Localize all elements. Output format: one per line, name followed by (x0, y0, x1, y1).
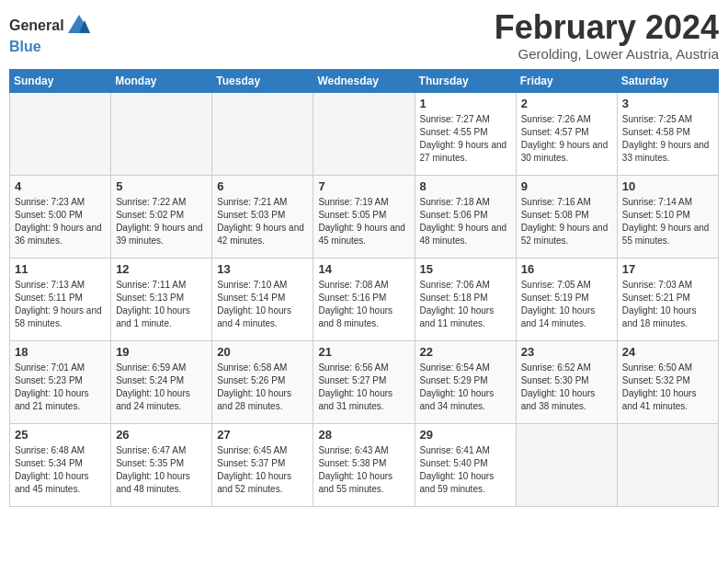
title-block: February 2024 Gerolding, Lower Austria, … (495, 9, 719, 62)
calendar-cell (212, 92, 313, 175)
day-number: 4 (15, 179, 106, 193)
month-year: February 2024 (495, 9, 719, 46)
day-info: Sunrise: 6:56 AM Sunset: 5:27 PM Dayligh… (318, 362, 409, 413)
calendar-cell: 13Sunrise: 7:10 AM Sunset: 5:14 PM Dayli… (212, 258, 313, 340)
day-number: 24 (622, 345, 713, 359)
calendar-cell: 25Sunrise: 6:48 AM Sunset: 5:34 PM Dayli… (10, 423, 111, 506)
week-row-1: 1Sunrise: 7:27 AM Sunset: 4:55 PM Daylig… (10, 92, 719, 175)
logo-blue: Blue (9, 39, 41, 54)
calendar-cell (313, 92, 415, 175)
day-number: 27 (217, 428, 308, 442)
day-number: 11 (15, 262, 106, 276)
day-info: Sunrise: 7:22 AM Sunset: 5:02 PM Dayligh… (116, 196, 207, 247)
day-info: Sunrise: 6:47 AM Sunset: 5:35 PM Dayligh… (116, 444, 207, 496)
calendar-cell: 15Sunrise: 7:06 AM Sunset: 5:18 PM Dayli… (415, 258, 516, 340)
calendar-cell: 2Sunrise: 7:26 AM Sunset: 4:57 PM Daylig… (516, 92, 617, 175)
calendar-cell: 3Sunrise: 7:25 AM Sunset: 4:58 PM Daylig… (617, 92, 718, 175)
day-info: Sunrise: 7:05 AM Sunset: 5:19 PM Dayligh… (521, 279, 612, 330)
calendar-cell: 7Sunrise: 7:19 AM Sunset: 5:05 PM Daylig… (313, 175, 415, 258)
week-row-3: 11Sunrise: 7:13 AM Sunset: 5:11 PM Dayli… (10, 258, 719, 340)
calendar-cell: 5Sunrise: 7:22 AM Sunset: 5:02 PM Daylig… (111, 175, 212, 258)
weekday-header-wednesday: Wednesday (313, 69, 415, 92)
day-info: Sunrise: 6:52 AM Sunset: 5:30 PM Dayligh… (521, 362, 612, 413)
calendar-cell: 9Sunrise: 7:16 AM Sunset: 5:08 PM Daylig… (516, 175, 617, 258)
day-number: 5 (116, 179, 207, 193)
calendar-cell: 29Sunrise: 6:41 AM Sunset: 5:40 PM Dayli… (415, 423, 516, 506)
day-info: Sunrise: 7:25 AM Sunset: 4:58 PM Dayligh… (622, 113, 713, 165)
day-number: 13 (217, 262, 308, 276)
calendar-cell (617, 423, 718, 506)
calendar-cell: 26Sunrise: 6:47 AM Sunset: 5:35 PM Dayli… (111, 423, 212, 506)
day-info: Sunrise: 6:59 AM Sunset: 5:24 PM Dayligh… (116, 362, 207, 413)
day-info: Sunrise: 6:54 AM Sunset: 5:29 PM Dayligh… (420, 362, 511, 413)
day-info: Sunrise: 7:23 AM Sunset: 5:00 PM Dayligh… (15, 196, 106, 247)
logo-icon (66, 13, 92, 39)
day-info: Sunrise: 6:43 AM Sunset: 5:38 PM Dayligh… (318, 444, 409, 496)
day-info: Sunrise: 6:58 AM Sunset: 5:26 PM Dayligh… (217, 362, 308, 413)
day-info: Sunrise: 7:14 AM Sunset: 5:10 PM Dayligh… (622, 196, 713, 247)
day-number: 9 (521, 179, 612, 193)
weekday-header-friday: Friday (516, 69, 617, 92)
week-row-5: 25Sunrise: 6:48 AM Sunset: 5:34 PM Dayli… (10, 423, 719, 506)
calendar-cell: 16Sunrise: 7:05 AM Sunset: 5:19 PM Dayli… (516, 258, 617, 340)
calendar-cell: 11Sunrise: 7:13 AM Sunset: 5:11 PM Dayli… (10, 258, 111, 340)
day-info: Sunrise: 7:18 AM Sunset: 5:06 PM Dayligh… (420, 196, 511, 247)
day-info: Sunrise: 7:01 AM Sunset: 5:23 PM Dayligh… (15, 362, 106, 413)
weekday-header-tuesday: Tuesday (212, 69, 313, 92)
day-number: 23 (521, 345, 612, 359)
day-number: 6 (217, 179, 308, 193)
day-info: Sunrise: 7:21 AM Sunset: 5:03 PM Dayligh… (217, 196, 308, 247)
calendar-cell: 14Sunrise: 7:08 AM Sunset: 5:16 PM Dayli… (313, 258, 415, 340)
week-row-4: 18Sunrise: 7:01 AM Sunset: 5:23 PM Dayli… (10, 340, 719, 423)
day-info: Sunrise: 6:48 AM Sunset: 5:34 PM Dayligh… (15, 444, 106, 496)
calendar-table: SundayMondayTuesdayWednesdayThursdayFrid… (9, 69, 719, 507)
day-info: Sunrise: 7:16 AM Sunset: 5:08 PM Dayligh… (521, 196, 612, 247)
calendar-cell: 22Sunrise: 6:54 AM Sunset: 5:29 PM Dayli… (415, 340, 516, 423)
calendar-cell: 1Sunrise: 7:27 AM Sunset: 4:55 PM Daylig… (415, 92, 516, 175)
weekday-header-saturday: Saturday (617, 69, 718, 92)
calendar-cell: 21Sunrise: 6:56 AM Sunset: 5:27 PM Dayli… (313, 340, 415, 423)
day-number: 17 (622, 262, 713, 276)
location: Gerolding, Lower Austria, Austria (495, 46, 719, 62)
calendar-cell: 18Sunrise: 7:01 AM Sunset: 5:23 PM Dayli… (10, 340, 111, 423)
day-info: Sunrise: 7:26 AM Sunset: 4:57 PM Dayligh… (521, 113, 612, 165)
day-info: Sunrise: 7:10 AM Sunset: 5:14 PM Dayligh… (217, 279, 308, 330)
calendar-cell: 10Sunrise: 7:14 AM Sunset: 5:10 PM Dayli… (617, 175, 718, 258)
day-info: Sunrise: 6:50 AM Sunset: 5:32 PM Dayligh… (622, 362, 713, 413)
calendar-cell (111, 92, 212, 175)
day-info: Sunrise: 7:08 AM Sunset: 5:16 PM Dayligh… (318, 279, 409, 330)
day-number: 29 (420, 428, 511, 442)
calendar-cell: 17Sunrise: 7:03 AM Sunset: 5:21 PM Dayli… (617, 258, 718, 340)
calendar-cell: 4Sunrise: 7:23 AM Sunset: 5:00 PM Daylig… (10, 175, 111, 258)
day-number: 18 (15, 345, 106, 359)
calendar-cell: 12Sunrise: 7:11 AM Sunset: 5:13 PM Dayli… (111, 258, 212, 340)
calendar-cell: 24Sunrise: 6:50 AM Sunset: 5:32 PM Dayli… (617, 340, 718, 423)
weekday-header-thursday: Thursday (415, 69, 516, 92)
day-number: 15 (420, 262, 511, 276)
day-number: 19 (116, 345, 207, 359)
logo-general: General (9, 17, 64, 34)
day-number: 16 (521, 262, 612, 276)
day-number: 2 (521, 97, 612, 110)
day-info: Sunrise: 7:27 AM Sunset: 4:55 PM Dayligh… (420, 113, 511, 165)
calendar-cell: 23Sunrise: 6:52 AM Sunset: 5:30 PM Dayli… (516, 340, 617, 423)
day-info: Sunrise: 7:06 AM Sunset: 5:18 PM Dayligh… (420, 279, 511, 330)
day-info: Sunrise: 6:41 AM Sunset: 5:40 PM Dayligh… (420, 444, 511, 496)
day-info: Sunrise: 7:03 AM Sunset: 5:21 PM Dayligh… (622, 279, 713, 330)
day-number: 1 (420, 97, 511, 110)
day-info: Sunrise: 6:45 AM Sunset: 5:37 PM Dayligh… (217, 444, 308, 496)
calendar-cell: 8Sunrise: 7:18 AM Sunset: 5:06 PM Daylig… (415, 175, 516, 258)
day-number: 8 (420, 179, 511, 193)
calendar-cell: 6Sunrise: 7:21 AM Sunset: 5:03 PM Daylig… (212, 175, 313, 258)
day-number: 25 (15, 428, 106, 442)
day-number: 3 (622, 97, 713, 110)
day-number: 28 (318, 428, 409, 442)
page-header: General Blue February 2024 Gerolding, Lo… (9, 9, 719, 62)
calendar-cell: 28Sunrise: 6:43 AM Sunset: 5:38 PM Dayli… (313, 423, 415, 506)
day-info: Sunrise: 7:19 AM Sunset: 5:05 PM Dayligh… (318, 196, 409, 247)
day-number: 20 (217, 345, 308, 359)
calendar-cell: 20Sunrise: 6:58 AM Sunset: 5:26 PM Dayli… (212, 340, 313, 423)
weekday-header-row: SundayMondayTuesdayWednesdayThursdayFrid… (10, 69, 719, 92)
weekday-header-monday: Monday (111, 69, 212, 92)
day-number: 26 (116, 428, 207, 442)
